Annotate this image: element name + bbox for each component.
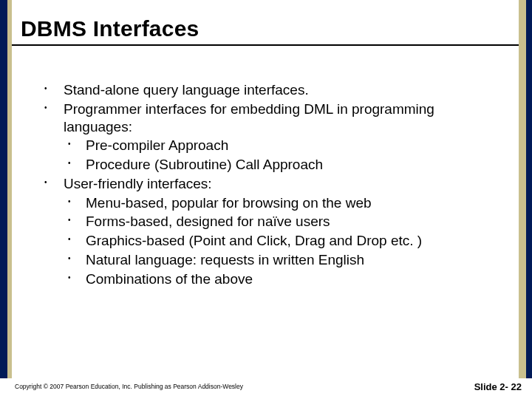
subbullet-graphics-based: Graphics-based (Point and Click, Drag an… bbox=[64, 232, 502, 250]
title-underline bbox=[12, 44, 519, 46]
slide: DBMS Interfaces Stand-alone query langua… bbox=[0, 0, 532, 399]
slide-title: DBMS Interfaces bbox=[21, 16, 513, 41]
copyright-text: Copyright © 2007 Pearson Education, Inc.… bbox=[15, 383, 243, 390]
bullet-programmer-interfaces: Programmer interfaces for embedding DML … bbox=[44, 100, 502, 136]
right-border-stripe bbox=[519, 9, 532, 378]
bullet-standalone-query: Stand-alone query language interfaces. bbox=[44, 81, 502, 99]
subbullet-natural-language: Natural language: requests in written En… bbox=[64, 251, 502, 269]
subbullet-procedure-call: Procedure (Subroutine) Call Approach bbox=[64, 156, 502, 174]
subbullet-forms-based: Forms-based, designed for naïve users bbox=[64, 213, 502, 231]
slide-body: Stand-alone query language interfaces. P… bbox=[44, 81, 502, 289]
slide-number: Slide 2- 22 bbox=[474, 381, 522, 392]
subbullet-precompiler: Pre-compiler Approach bbox=[64, 137, 502, 154]
subbullet-combinations: Combinations of the above bbox=[64, 270, 502, 288]
top-border-stripe bbox=[0, 0, 532, 9]
slide-footer: Copyright © 2007 Pearson Education, Inc.… bbox=[0, 378, 532, 399]
left-border-stripe bbox=[0, 9, 12, 378]
subbullet-menu-based: Menu-based, popular for browsing on the … bbox=[64, 194, 502, 212]
bullet-user-friendly: User-friendly interfaces: bbox=[44, 175, 502, 193]
